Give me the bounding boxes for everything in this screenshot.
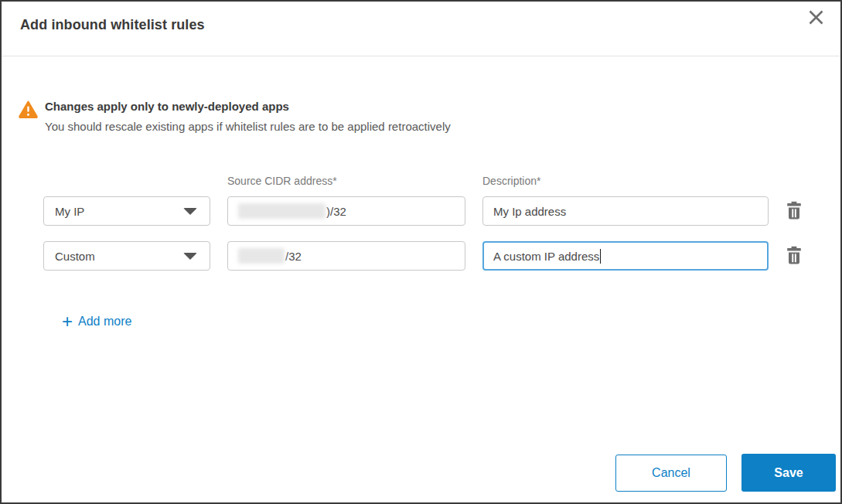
description-column-label: Description* [482, 175, 769, 187]
dialog-header: Add inbound whitelist rules [2, 2, 840, 56]
trash-icon [786, 246, 803, 267]
rule-row-1: My IP )/32 My Ip address [43, 196, 822, 226]
cidr-visible-text: )/32 [326, 205, 346, 218]
chevron-down-icon [183, 253, 197, 260]
cancel-button[interactable]: Cancel [615, 455, 727, 492]
rule-type-selected-value: Custom [55, 250, 95, 263]
whitelist-rules-form: Source CIDR address* Description* My IP … [43, 175, 822, 331]
dialog-body: Changes apply only to newly-deployed app… [2, 56, 840, 331]
dialog-title: Add inbound whitelist rules [20, 17, 205, 33]
cidr-visible-text: /32 [285, 250, 302, 263]
save-button[interactable]: Save [741, 454, 836, 492]
delete-rule-button-row2[interactable] [786, 247, 803, 265]
rule-row-2: Custom /32 A custom IP address [43, 241, 822, 271]
redacted-ip-block [238, 203, 326, 219]
rule-type-selected-value: My IP [55, 205, 84, 218]
add-whitelist-rules-dialog: Add inbound whitelist rules Changes appl… [0, 0, 842, 504]
close-icon [807, 9, 825, 29]
delete-rule-button-row1[interactable] [786, 202, 803, 220]
chevron-down-icon [183, 208, 197, 215]
source-cidr-column-label: Source CIDR address* [227, 175, 465, 187]
add-more-label: Add more [78, 315, 131, 329]
warning-subtitle: You should rescale existing apps if whit… [45, 118, 451, 135]
warning-title: Changes apply only to newly-deployed app… [45, 99, 451, 114]
description-value: My Ip address [493, 205, 566, 218]
rule-type-select-row1[interactable]: My IP [43, 196, 210, 226]
source-cidr-input-row2[interactable]: /32 [227, 241, 465, 271]
close-button[interactable] [806, 9, 826, 29]
warning-triangle-icon [19, 100, 38, 121]
warning-banner: Changes apply only to newly-deployed app… [19, 99, 822, 135]
description-value: A custom IP address [493, 250, 599, 263]
plus-icon: + [62, 314, 73, 329]
trash-icon [786, 201, 803, 222]
text-cursor [600, 249, 601, 264]
rule-type-select-row2[interactable]: Custom [43, 241, 210, 271]
dialog-footer: Cancel Save [615, 454, 836, 492]
description-input-row2[interactable]: A custom IP address [482, 241, 769, 271]
description-input-row1[interactable]: My Ip address [482, 196, 769, 226]
column-labels: Source CIDR address* Description* [43, 175, 822, 187]
add-more-button[interactable]: + Add more [62, 314, 131, 329]
redacted-ip-block [238, 248, 285, 264]
source-cidr-input-row1[interactable]: )/32 [227, 196, 465, 226]
